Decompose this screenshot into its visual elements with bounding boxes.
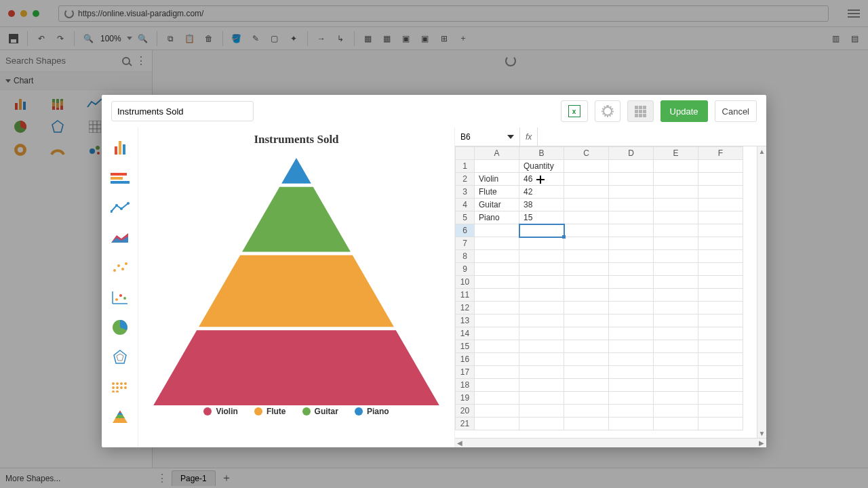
svg-rect-19 [111, 173, 127, 176]
settings-button[interactable] [595, 100, 620, 122]
table-icon [635, 106, 646, 117]
chart-title-input[interactable] [111, 101, 254, 121]
svg-point-45 [116, 386, 119, 389]
svg-point-41 [116, 382, 119, 385]
legend-dot-icon [302, 407, 311, 415]
legend-item: Violin [203, 407, 237, 416]
chart-type-selector [102, 127, 138, 447]
svg-point-48 [112, 390, 115, 392]
svg-point-24 [120, 207, 123, 210]
svg-rect-21 [111, 181, 130, 184]
update-button[interactable]: Update [660, 100, 708, 122]
svg-point-43 [124, 382, 127, 385]
svg-point-34 [115, 298, 118, 301]
svg-point-36 [123, 297, 126, 300]
svg-point-44 [112, 386, 115, 389]
cancel-button[interactable]: Cancel [715, 100, 757, 122]
legend-label: Flute [267, 407, 286, 416]
vertical-scrollbar[interactable]: ▲▼ [757, 146, 766, 438]
grid[interactable]: ABCDEF1Quantity2Violin463Flute424Guitar3… [455, 146, 757, 438]
legend-dot-icon [203, 407, 212, 415]
dialog-header: x Update Cancel [102, 95, 766, 127]
legend-label: Violin [216, 407, 237, 416]
chart-title: Instruments Sold [254, 133, 338, 146]
type-radar-icon[interactable] [111, 350, 130, 365]
legend-dot-icon [254, 407, 262, 415]
type-scatter-icon[interactable] [111, 260, 130, 275]
formula-bar[interactable] [537, 127, 766, 146]
svg-point-31 [125, 262, 127, 265]
svg-rect-20 [111, 177, 123, 180]
legend-item: Flute [254, 407, 286, 416]
horizontal-scrollbar[interactable]: ◀▶ [455, 438, 766, 447]
chart-edit-dialog: x Update Cancel Instruments Sold ViolinF… [102, 95, 766, 447]
import-excel-button[interactable]: x [561, 100, 588, 122]
svg-marker-38 [114, 350, 126, 363]
cell-reference[interactable]: B6 [455, 127, 520, 146]
legend-dot-icon [355, 407, 363, 415]
formula-bar-label: fx [520, 132, 537, 142]
svg-point-30 [121, 268, 124, 270]
data-sheet: B6 fx ABCDEF1Quantity2Violin463Flute424G… [454, 127, 766, 447]
svg-point-42 [120, 382, 123, 385]
pyramid-chart [151, 155, 442, 405]
chart-preview: Instruments Sold ViolinFluteGuitarPiano [138, 127, 454, 447]
gear-icon [603, 106, 612, 116]
toggle-grid-button[interactable] [627, 100, 654, 122]
legend-label: Guitar [315, 407, 338, 416]
svg-point-29 [117, 264, 120, 267]
legend-item: Guitar [302, 407, 338, 416]
svg-point-46 [120, 386, 123, 389]
type-line-icon[interactable] [111, 201, 130, 216]
type-area-icon[interactable] [111, 230, 130, 245]
dropdown-icon[interactable] [507, 135, 514, 139]
excel-icon: x [568, 105, 580, 117]
svg-marker-56 [199, 255, 394, 327]
chart-legend: ViolinFluteGuitarPiano [203, 407, 389, 416]
type-stacked-bar-icon[interactable] [111, 171, 130, 186]
svg-point-40 [112, 382, 115, 385]
type-pyramid-icon[interactable] [111, 409, 130, 424]
svg-marker-55 [242, 187, 351, 252]
svg-marker-54 [281, 158, 311, 184]
svg-point-35 [119, 294, 122, 297]
svg-marker-57 [151, 330, 441, 405]
type-scatter-axes-icon[interactable] [111, 290, 130, 305]
svg-point-47 [124, 386, 127, 389]
svg-marker-39 [117, 354, 123, 361]
type-pie-icon[interactable] [111, 320, 130, 335]
svg-point-25 [127, 202, 130, 205]
type-heatmap-icon[interactable] [111, 380, 130, 394]
legend-label: Piano [367, 407, 389, 416]
legend-item: Piano [355, 407, 389, 416]
svg-marker-53 [119, 411, 121, 413]
svg-point-23 [115, 204, 118, 207]
svg-point-28 [113, 269, 116, 272]
type-column-icon[interactable] [111, 141, 130, 156]
svg-point-49 [116, 390, 119, 392]
